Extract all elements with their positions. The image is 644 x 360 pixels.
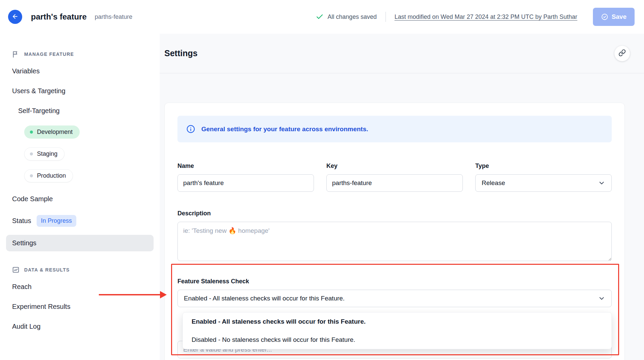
flag-icon (12, 50, 19, 58)
save-button[interactable]: Save (593, 8, 635, 26)
info-banner-text: General settings for your feature across… (201, 125, 368, 133)
feature-key-text: parths-feature (95, 13, 132, 21)
chart-icon (12, 266, 19, 274)
last-modified-link[interactable]: Last modified on Wed Mar 27 2024 at 2:32… (395, 13, 577, 21)
app-header: parth's feature parths-feature All chang… (0, 0, 644, 34)
staleness-select-value: Enabled - All staleness checks will occu… (184, 295, 345, 302)
sidebar-item-audit-log[interactable]: Audit Log (12, 323, 154, 330)
feature-title: parth's feature (31, 12, 87, 22)
settings-content: General settings for your feature across… (160, 73, 644, 360)
dropdown-option-enabled[interactable]: Enabled - All staleness checks will occu… (183, 313, 611, 331)
section-data-results: DATA & RESULTS (12, 266, 154, 274)
env-production-label: Production (37, 172, 66, 179)
settings-card: General settings for your feature across… (164, 103, 625, 360)
name-field-group: Name (177, 163, 314, 192)
save-status-text: All changes saved (328, 13, 377, 21)
sidebar-item-settings[interactable]: Settings (6, 235, 154, 251)
copy-link-button[interactable] (614, 46, 630, 61)
save-check-icon (601, 13, 608, 21)
settings-toolbar: Settings (160, 34, 644, 73)
description-label: Description (177, 210, 612, 217)
sidebar-item-users-targeting[interactable]: Users & Targeting (12, 87, 154, 95)
section-manage-feature: MANAGE FEATURE (12, 50, 154, 58)
staleness-label: Feature Staleness Check (177, 278, 612, 285)
env-staging-label: Staging (37, 150, 57, 157)
sidebar-env-production[interactable]: Production (24, 169, 73, 182)
type-field-group: Type Release (475, 163, 612, 192)
chevron-down-icon (598, 295, 605, 302)
sidebar-item-reach[interactable]: Reach (12, 283, 154, 291)
type-label: Type (475, 163, 612, 170)
sidebar-item-code-sample[interactable]: Code Sample (12, 195, 154, 203)
staleness-dropdown: Enabled - All staleness checks will occu… (183, 312, 612, 349)
status-badge: In Progress (37, 215, 76, 227)
status-label[interactable]: Status (12, 217, 31, 225)
header-divider (386, 12, 386, 22)
sidebar-item-status: Status In Progress (12, 215, 154, 227)
name-input[interactable] (177, 174, 314, 192)
section-manage-label: MANAGE FEATURE (24, 51, 74, 57)
type-select-value: Release (482, 179, 505, 187)
description-textarea[interactable] (177, 222, 612, 261)
main-area: Settings General settings for your featu… (160, 34, 644, 360)
sidebar-env-staging[interactable]: Staging (24, 147, 65, 160)
section-data-label: DATA & RESULTS (24, 267, 70, 273)
body-row: MANAGE FEATURE Variables Users & Targeti… (0, 34, 644, 360)
sidebar-item-self-targeting[interactable]: Self-Targeting (18, 107, 154, 115)
sidebar-item-variables[interactable]: Variables (12, 67, 154, 75)
app-root: parth's feature parths-feature All chang… (0, 0, 644, 360)
info-banner: General settings for your feature across… (177, 116, 612, 142)
env-development-label: Development (37, 129, 73, 136)
arrow-left-icon (12, 13, 18, 21)
check-icon (316, 13, 324, 21)
fields-row: Name Key Type Release (177, 163, 612, 192)
save-button-label: Save (612, 13, 627, 21)
type-select[interactable]: Release (475, 174, 612, 192)
description-group: Description (177, 210, 612, 262)
sidebar-env-development[interactable]: Development (24, 125, 80, 139)
chevron-down-icon (598, 179, 605, 187)
staleness-section: Feature Staleness Check Enabled - All st… (177, 278, 612, 358)
back-button[interactable] (8, 10, 22, 24)
name-label: Name (177, 163, 314, 170)
env-dot-green (30, 131, 33, 134)
env-dot-gray (30, 174, 33, 177)
info-icon (186, 124, 195, 134)
key-input[interactable] (326, 174, 463, 192)
env-dot-gray (30, 152, 33, 155)
dropdown-option-disabled[interactable]: Disabled - No staleness checks will occu… (183, 331, 611, 349)
sidebar: MANAGE FEATURE Variables Users & Targeti… (0, 34, 160, 360)
link-icon (618, 49, 626, 58)
sidebar-item-experiment-results[interactable]: Experiment Results (12, 303, 154, 311)
page-title: Settings (164, 48, 198, 58)
key-field-group: Key (326, 163, 463, 192)
key-label: Key (326, 163, 463, 170)
save-status: All changes saved (316, 13, 377, 21)
staleness-select[interactable]: Enabled - All staleness checks will occu… (177, 290, 612, 307)
